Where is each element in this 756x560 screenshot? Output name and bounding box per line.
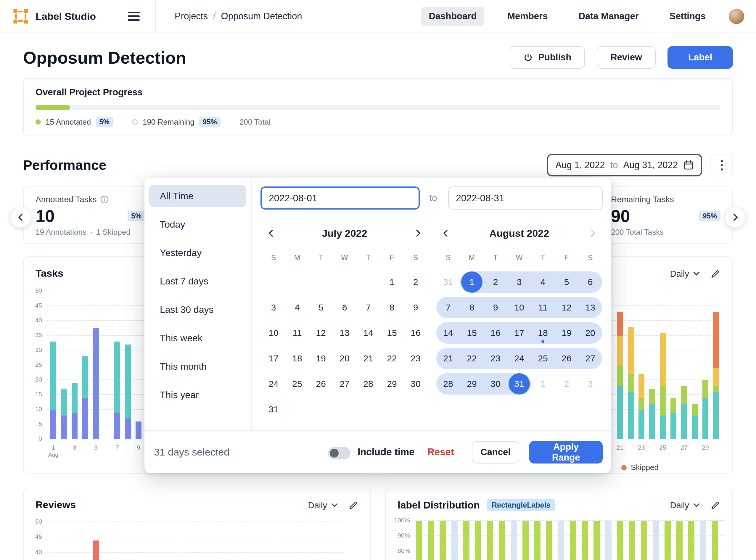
- day-cell[interactable]: 26: [309, 373, 333, 395]
- day-cell[interactable]: 2: [404, 272, 427, 293]
- date-from-input[interactable]: [260, 186, 420, 209]
- day-cell[interactable]: 2: [484, 272, 508, 293]
- nav-settings[interactable]: Settings: [662, 7, 713, 26]
- day-cell[interactable]: 8: [380, 297, 404, 318]
- date-to-input[interactable]: [448, 186, 603, 209]
- day-cell[interactable]: 15: [460, 322, 484, 344]
- day-cell[interactable]: 31: [436, 272, 460, 293]
- publish-button[interactable]: Publish: [510, 46, 585, 69]
- day-cell[interactable]: 31: [262, 399, 285, 420]
- day-cell[interactable]: 23: [484, 348, 508, 369]
- day-cell[interactable]: 28: [436, 373, 460, 395]
- day-cell[interactable]: 3: [508, 272, 531, 293]
- day-cell[interactable]: 1: [460, 272, 484, 293]
- day-cell[interactable]: 10: [262, 322, 285, 344]
- day-cell[interactable]: 29: [460, 373, 484, 395]
- day-cell[interactable]: 20: [333, 348, 356, 369]
- edit-icon[interactable]: [349, 500, 358, 510]
- day-cell[interactable]: 20: [578, 322, 602, 344]
- day-cell[interactable]: 17: [508, 322, 531, 344]
- edit-icon[interactable]: [711, 500, 720, 510]
- day-cell[interactable]: 21: [436, 348, 460, 369]
- day-cell[interactable]: 22: [460, 348, 484, 369]
- nav-members[interactable]: Members: [500, 7, 555, 26]
- distribution-interval-select[interactable]: Daily: [670, 500, 700, 510]
- month-prev-button[interactable]: [436, 224, 455, 243]
- label-button[interactable]: Label: [668, 46, 733, 69]
- nav-data-manager[interactable]: Data Manager: [571, 7, 646, 26]
- reset-button[interactable]: Reset: [427, 446, 454, 458]
- include-time-toggle[interactable]: [328, 447, 351, 459]
- preset-last-7-days[interactable]: Last 7 days: [149, 270, 246, 293]
- day-cell[interactable]: 13: [578, 297, 602, 318]
- day-cell[interactable]: 17: [262, 348, 285, 369]
- day-cell[interactable]: 29: [380, 373, 404, 395]
- preset-all-time[interactable]: All Time: [149, 185, 246, 207]
- date-range-display[interactable]: Aug 1, 2022 to Aug 31, 2022: [547, 154, 702, 176]
- day-cell[interactable]: 21: [356, 348, 380, 369]
- day-cell[interactable]: 9: [484, 297, 508, 318]
- day-cell[interactable]: 4: [531, 272, 555, 293]
- month-next-button[interactable]: [583, 224, 602, 243]
- day-cell[interactable]: 31: [508, 373, 531, 395]
- preset-today[interactable]: Today: [149, 213, 246, 236]
- day-cell[interactable]: 25: [531, 348, 555, 369]
- day-cell[interactable]: 5: [309, 297, 333, 318]
- day-cell[interactable]: 30: [484, 373, 508, 395]
- day-cell[interactable]: 19: [309, 348, 333, 369]
- preset-last-30-days[interactable]: Last 30 days: [149, 298, 246, 321]
- edit-icon[interactable]: [711, 269, 720, 279]
- day-cell[interactable]: 7: [356, 297, 380, 318]
- day-cell[interactable]: 24: [508, 348, 531, 369]
- day-cell[interactable]: 24: [262, 373, 285, 395]
- day-cell[interactable]: 18: [285, 348, 309, 369]
- month-prev-button[interactable]: [262, 224, 281, 243]
- day-cell[interactable]: 1: [531, 373, 555, 395]
- day-cell[interactable]: 15: [380, 322, 404, 344]
- more-options-kebab-icon[interactable]: [711, 154, 733, 176]
- nav-dashboard[interactable]: Dashboard: [421, 7, 484, 26]
- day-cell[interactable]: 11: [531, 297, 555, 318]
- day-cell[interactable]: 4: [285, 297, 309, 318]
- day-cell[interactable]: 16: [484, 322, 508, 344]
- day-cell[interactable]: 14: [436, 322, 460, 344]
- day-cell[interactable]: 12: [309, 322, 333, 344]
- day-cell[interactable]: 19: [555, 322, 578, 344]
- day-cell[interactable]: 6: [578, 272, 602, 293]
- apply-range-button[interactable]: Apply Range: [529, 441, 603, 463]
- day-cell[interactable]: 27: [578, 348, 602, 369]
- preset-this-week[interactable]: This week: [149, 327, 246, 349]
- preset-this-month[interactable]: This month: [149, 355, 246, 378]
- day-cell[interactable]: 6: [333, 297, 356, 318]
- day-cell[interactable]: 30: [404, 373, 427, 395]
- day-cell[interactable]: 18: [531, 322, 555, 344]
- month-next-button[interactable]: [409, 224, 427, 243]
- day-cell[interactable]: 16: [404, 322, 427, 344]
- day-cell[interactable]: 9: [404, 297, 427, 318]
- day-cell[interactable]: 13: [333, 322, 356, 344]
- day-cell[interactable]: 23: [404, 348, 427, 369]
- cancel-button[interactable]: Cancel: [472, 441, 519, 463]
- day-cell[interactable]: 22: [380, 348, 404, 369]
- review-button[interactable]: Review: [597, 46, 656, 69]
- day-cell[interactable]: 26: [555, 348, 578, 369]
- carousel-next-button[interactable]: [724, 206, 746, 228]
- day-cell[interactable]: 5: [555, 272, 578, 293]
- day-cell[interactable]: 14: [356, 322, 380, 344]
- day-cell[interactable]: 2: [555, 373, 578, 395]
- day-cell[interactable]: 25: [285, 373, 309, 395]
- day-cell[interactable]: 28: [356, 373, 380, 395]
- right-interval-select[interactable]: Daily: [670, 269, 700, 279]
- day-cell[interactable]: 3: [578, 373, 602, 395]
- breadcrumb-projects[interactable]: Projects: [175, 11, 208, 22]
- day-cell[interactable]: 27: [333, 373, 356, 395]
- day-cell[interactable]: 12: [555, 297, 578, 318]
- day-cell[interactable]: 7: [436, 297, 460, 318]
- day-cell[interactable]: 11: [285, 322, 309, 344]
- day-cell[interactable]: 8: [460, 297, 484, 318]
- hamburger-menu-icon[interactable]: [128, 12, 140, 21]
- day-cell[interactable]: 3: [262, 297, 285, 318]
- user-avatar[interactable]: [729, 8, 744, 24]
- preset-yesterday[interactable]: Yesterday: [149, 241, 246, 264]
- preset-this-year[interactable]: This year: [149, 384, 246, 406]
